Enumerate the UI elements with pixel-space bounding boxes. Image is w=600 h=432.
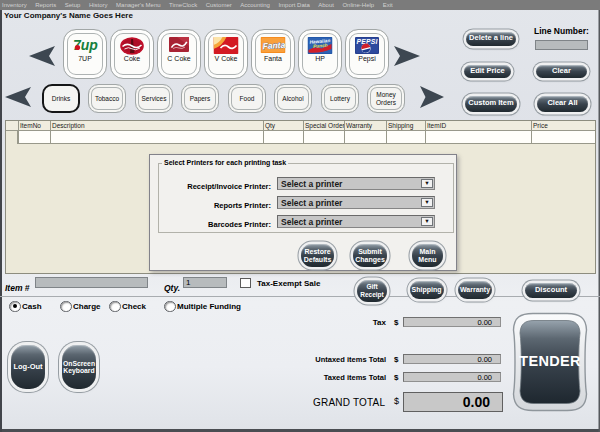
svg-text:7up: 7up — [73, 37, 98, 53]
svg-text:TENDER: TENDER — [519, 353, 581, 369]
svg-text:Fanta: Fanta — [262, 40, 285, 52]
